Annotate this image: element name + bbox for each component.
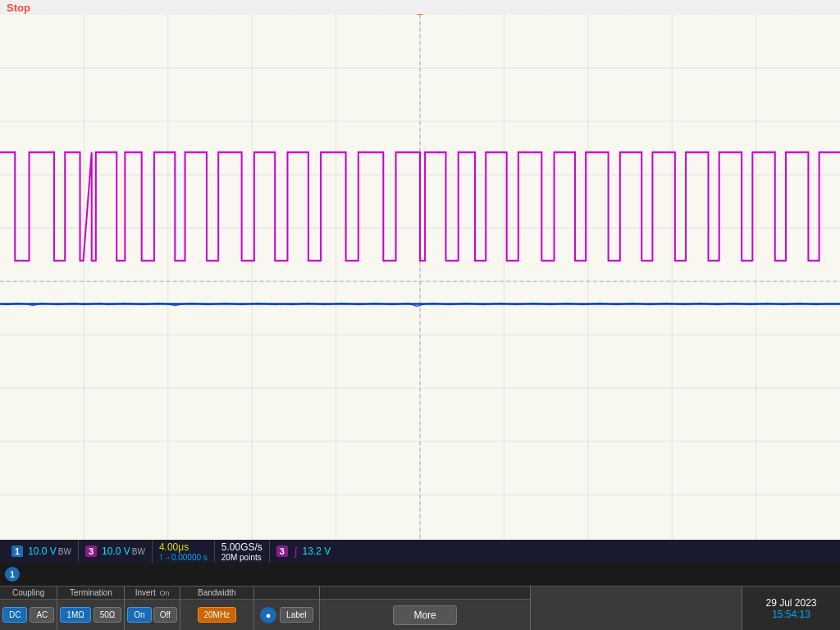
invert-btn-group: On Off [127, 607, 177, 623]
label-inner: ● Label [260, 607, 313, 623]
termination-1m-button[interactable]: 1MΩ [60, 607, 90, 623]
spacer [531, 587, 742, 630]
points: 20M points [221, 553, 262, 562]
ch1-badge: 1 [11, 546, 23, 557]
coupling-buttons: DC AC [0, 600, 57, 630]
channel-indicator: 1 [5, 567, 20, 582]
display-area: Stop ▼ 3 ᗑ ◀ [0, 0, 840, 563]
more-group: More [320, 587, 532, 630]
bandwidth-label: Bandwidth [180, 587, 253, 600]
termination-group: Termination 1MΩ 50Ω [57, 587, 125, 630]
ch3-meas-badge: 3 [276, 546, 288, 557]
ch3-bw: BW [132, 547, 145, 556]
button-row: Coupling DC AC Termination 1MΩ 50Ω Inver… [0, 586, 840, 630]
label-circle: ● [260, 607, 276, 623]
coupling-dc-button[interactable]: DC [2, 607, 27, 623]
more-buttons: More [320, 600, 531, 630]
ch3-meas-symbol: ∫ [294, 546, 298, 558]
invert-buttons: On Off [125, 600, 180, 630]
label-button[interactable]: Label [280, 607, 313, 623]
ch1-bw: BW [58, 547, 71, 556]
time-display: 15:54:13 [772, 609, 810, 620]
date-display: 29 Jul 2023 [765, 597, 816, 609]
coupling-ac-button[interactable]: AC [30, 607, 54, 623]
label-buttons: ● Label [254, 600, 319, 630]
waveform-display [0, 15, 840, 548]
termination-50-button[interactable]: 50Ω [94, 607, 122, 623]
invert-status: On [159, 589, 169, 597]
stop-label: Stop [7, 2, 30, 14]
invert-label: Invert On [125, 587, 180, 600]
control-panel: 1 Coupling DC AC Termination 1MΩ 50Ω [0, 563, 840, 630]
bandwidth-group: Bandwidth 20MHz [180, 587, 254, 630]
datetime-section: 29 Jul 2023 15:54:13 [742, 587, 840, 630]
ch3-meas-value: 13.2 V [303, 546, 331, 557]
channel-strip: 1 [0, 563, 840, 586]
label-group: ● Label [254, 587, 320, 630]
bandwidth-buttons: 20MHz [180, 600, 253, 630]
invert-group: Invert On On Off [125, 587, 180, 630]
ch3-voltage: 10.0 V [102, 546, 130, 557]
trigger-time: ⊺→0.00000 s [159, 553, 208, 562]
sample-rate: 5.00GS/s [221, 541, 262, 553]
ch3-extra-measurement: 3 ∫ 13.2 V [270, 540, 337, 563]
ch3-badge: 3 [85, 546, 97, 557]
label-group-label [254, 587, 319, 600]
coupling-group: Coupling DC AC [0, 587, 57, 630]
timebase-section: 4.00μs ⊺→0.00000 s [153, 540, 215, 563]
oscilloscope: Stop ▼ 3 ᗑ ◀ [0, 0, 840, 630]
ch1-measurement: 1 10.0 V BW [5, 540, 79, 563]
ch1-voltage: 10.0 V [28, 546, 57, 557]
more-button[interactable]: More [393, 605, 456, 625]
more-group-label [320, 587, 531, 600]
timebase-value: 4.00μs [159, 541, 189, 553]
invert-off-button[interactable]: Off [153, 607, 177, 623]
sampling-section: 5.00GS/s 20M points [215, 540, 270, 563]
coupling-label: Coupling [0, 587, 57, 600]
bandwidth-value-button[interactable]: 20MHz [198, 607, 237, 623]
ch3-measurement: 3 10.0 V BW [79, 540, 153, 563]
measurement-bar: 1 10.0 V BW 3 10.0 V BW 4.00μs ⊺→0.00000… [0, 540, 840, 563]
invert-on-button[interactable]: On [127, 607, 151, 623]
termination-buttons: 1MΩ 50Ω [57, 600, 124, 630]
termination-label: Termination [57, 587, 124, 600]
